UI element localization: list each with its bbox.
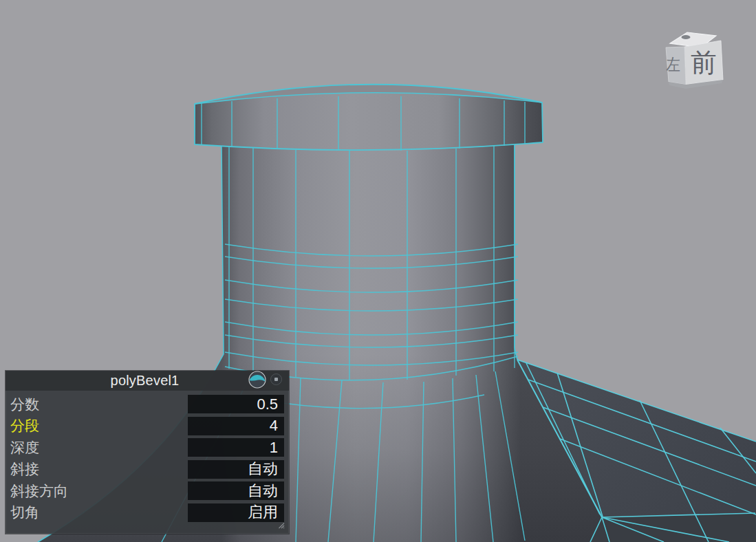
attribute-value-field[interactable]: 0.5 <box>188 395 284 413</box>
panel-rows: 分数 0.5 分段 4 深度 1 斜接 自动 斜接方向 自动 切角 启用 <box>6 391 289 523</box>
attribute-row: 深度 1 <box>6 437 289 459</box>
attribute-value-field[interactable]: 自动 <box>188 460 284 479</box>
attribute-label: 斜接 <box>6 459 188 479</box>
maya-viewport-window: 前 左 polyBevel1 <box>0 0 756 542</box>
attribute-value-field[interactable]: 启用 <box>188 503 284 522</box>
attribute-row: 分段 4 <box>6 415 289 437</box>
attribute-label: 切角 <box>6 503 188 522</box>
shaded-sphere-icon[interactable] <box>248 371 266 391</box>
attribute-row: 分数 0.5 <box>6 393 289 415</box>
attribute-label: 斜接方向 <box>6 481 188 501</box>
attribute-value-field[interactable]: 1 <box>188 438 284 457</box>
panel-titlebar[interactable]: polyBevel1 <box>6 371 289 391</box>
panel-footer <box>6 523 289 534</box>
view-cube-left-label: 左 <box>666 56 680 74</box>
attribute-row: 斜接方向 自动 <box>6 480 289 502</box>
cylinder-flange-mesh[interactable] <box>195 85 543 151</box>
attribute-label: 深度 <box>6 438 188 457</box>
panel-title: polyBevel1 <box>6 373 248 389</box>
in-view-editor-panel: polyBevel1 分数 0.5 分段 <box>6 371 289 534</box>
attribute-label: 分数 <box>6 395 188 414</box>
attribute-value-field[interactable]: 4 <box>188 417 284 435</box>
view-cube-top-dot <box>682 35 691 39</box>
panel-menu-icon[interactable] <box>270 373 282 388</box>
view-cube-front-label: 前 <box>691 48 717 77</box>
attribute-label: 分段 <box>6 416 188 435</box>
attribute-row: 斜接 自动 <box>6 459 289 481</box>
attribute-row: 切角 启用 <box>6 502 289 524</box>
attribute-value-field[interactable]: 自动 <box>188 481 284 500</box>
resize-grip-icon[interactable] <box>277 519 285 532</box>
